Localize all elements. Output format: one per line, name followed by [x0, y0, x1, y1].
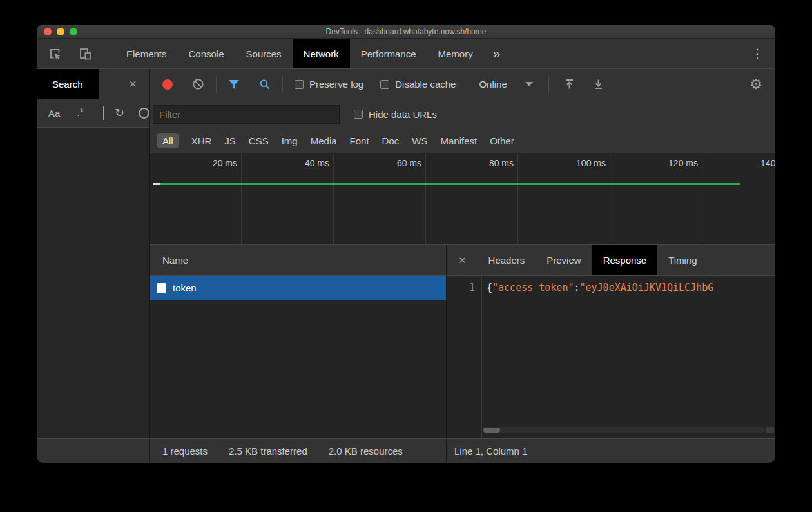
search-close-icon[interactable]: ✕ [129, 78, 149, 90]
network-filter-row: Hide data URLs [150, 99, 775, 129]
main-menu-kebab-icon[interactable]: ⋮ [739, 39, 775, 68]
timeline-tick-label: 80 ms [489, 158, 514, 168]
chevron-down-icon [525, 82, 533, 86]
resources-size: 2.0 KB resources [329, 446, 403, 457]
toolbar-divider [216, 76, 217, 93]
timeline-grid: 20 ms 40 ms 60 ms 80 ms 100 ms 120 ms 14… [150, 153, 775, 244]
timeline-tick-label: 20 ms [213, 158, 237, 168]
details-tabbar: ✕ Headers Preview Response Timing [447, 245, 775, 276]
search-results-area [37, 128, 149, 438]
type-filter-other[interactable]: Other [490, 135, 514, 146]
type-filter-doc[interactable]: Doc [382, 135, 400, 146]
titlebar[interactable]: DevTools - dashboard.whatabyte.now.sh/ho… [37, 25, 775, 39]
type-filter-js[interactable]: JS [224, 135, 236, 146]
timeline-column: 60 ms [334, 153, 426, 244]
timeline-bar-green-segment [160, 183, 740, 185]
filter-funnel-icon[interactable] [228, 79, 240, 90]
zoom-window-button[interactable] [70, 28, 77, 35]
type-filter-media[interactable]: Media [311, 135, 337, 146]
timeline-column: 40 ms [242, 153, 334, 244]
record-network-log-button[interactable] [162, 79, 173, 90]
timeline-tick-label: 40 ms [305, 158, 329, 168]
inspect-element-icon[interactable] [48, 47, 62, 61]
horizontal-scrollbar[interactable] [483, 427, 765, 433]
minimize-window-button[interactable] [57, 28, 64, 35]
toolbar-left-icons [37, 39, 106, 68]
status-divider [318, 446, 318, 457]
import-har-icon[interactable] [563, 78, 575, 90]
tab-timing[interactable]: Timing [657, 245, 708, 275]
search-refresh-icon[interactable]: ↻ [115, 106, 124, 120]
name-column-header[interactable]: Name [150, 245, 446, 276]
preserve-log-label: Preserve log [309, 79, 363, 90]
disable-cache-checkbox[interactable] [380, 80, 389, 89]
network-settings-gear-icon[interactable]: ⚙ [749, 76, 762, 93]
tab-network[interactable]: Network [293, 39, 350, 68]
throttling-value: Online [479, 79, 507, 90]
network-overview-timeline[interactable]: 20 ms 40 ms 60 ms 80 ms 100 ms 120 ms 14… [150, 153, 775, 245]
code-open-brace: { [487, 282, 492, 293]
search-network-icon[interactable] [259, 79, 271, 90]
type-filter-manifest[interactable]: Manifest [440, 135, 477, 146]
requests-rows: token [150, 276, 446, 438]
match-case-icon[interactable]: Aa [48, 108, 60, 119]
timeline-column: 100 ms [518, 153, 610, 244]
response-code-line[interactable]: {"access_token":"eyJ0eXAiOiJKV1QiLCJhbG [482, 276, 775, 438]
scrollbar-thumb[interactable] [483, 428, 500, 433]
type-filter-img[interactable]: Img [282, 135, 298, 146]
search-controls: Aa .* ↻ [37, 99, 149, 128]
tab-console[interactable]: Console [178, 39, 235, 68]
tab-sources[interactable]: Sources [235, 39, 293, 68]
hide-data-urls-checkbox[interactable] [354, 110, 363, 119]
tab-performance[interactable]: Performance [350, 39, 427, 68]
timeline-tick-label: 140 ms [760, 158, 775, 168]
device-toolbar-icon[interactable] [79, 47, 92, 61]
status-bar-left-pad [37, 439, 150, 463]
tab-preview[interactable]: Preview [536, 245, 592, 275]
window-title: DevTools - dashboard.whatabyte.now.sh/ho… [37, 27, 775, 36]
requests-count: 1 requests [162, 446, 208, 457]
devtools-tabbar: Elements Console Sources Network Perform… [37, 39, 775, 69]
search-clear-icon[interactable] [139, 108, 149, 119]
clear-network-log-icon[interactable] [192, 78, 204, 90]
devtools-body: Search ✕ Aa .* ↻ [37, 69, 775, 438]
toolbar-divider [548, 76, 549, 93]
type-filter-font[interactable]: Font [350, 135, 369, 146]
scrollbar-corner [766, 427, 774, 433]
search-drawer-tab[interactable]: Search [37, 69, 99, 99]
transferred-size: 2.5 KB transferred [229, 446, 307, 457]
network-split: Name token ✕ Headers Preview Response [150, 245, 775, 438]
line-number-gutter: 1 [447, 276, 482, 438]
filter-input[interactable] [153, 105, 340, 124]
search-panel: Search ✕ Aa .* ↻ [37, 69, 150, 438]
tab-memory[interactable]: Memory [427, 39, 484, 68]
throttling-select[interactable]: Online [479, 79, 532, 90]
timeline-column: 80 ms [426, 153, 518, 244]
disable-cache-label: Disable cache [395, 79, 456, 90]
type-filter-ws[interactable]: WS [412, 135, 427, 146]
tab-headers[interactable]: Headers [478, 245, 536, 275]
status-divider [218, 446, 218, 457]
tab-elements[interactable]: Elements [115, 39, 178, 68]
timeline-load-bar [153, 183, 740, 185]
network-panel: Preserve log Disable cache Online [150, 69, 775, 438]
type-filter-css[interactable]: CSS [249, 135, 269, 146]
preserve-log-checkbox[interactable] [295, 80, 304, 89]
timeline-column: 140 ms [702, 153, 775, 244]
regex-icon[interactable]: .* [77, 107, 84, 119]
requests-summary: 1 requests 2.5 KB transferred 2.0 KB res… [150, 439, 447, 463]
timeline-tick-label: 120 ms [668, 158, 698, 168]
status-bar: 1 requests 2.5 KB transferred 2.0 KB res… [37, 438, 775, 463]
type-filter-all[interactable]: All [157, 133, 179, 148]
toolbar-divider [619, 76, 619, 93]
close-details-icon[interactable]: ✕ [447, 255, 478, 266]
response-viewer[interactable]: 1 {"access_token":"eyJ0eXAiOiJKV1QiLCJhb… [447, 276, 775, 438]
request-row-token[interactable]: token [150, 276, 446, 300]
cursor-position: Line 1, Column 1 [447, 439, 775, 463]
tab-response[interactable]: Response [592, 245, 658, 275]
export-har-icon[interactable] [592, 78, 604, 90]
close-window-button[interactable] [44, 28, 52, 35]
more-tabs-chevron-icon[interactable]: » [484, 39, 510, 68]
request-details-panel: ✕ Headers Preview Response Timing 1 {"ac… [447, 245, 775, 438]
type-filter-xhr[interactable]: XHR [191, 135, 212, 146]
